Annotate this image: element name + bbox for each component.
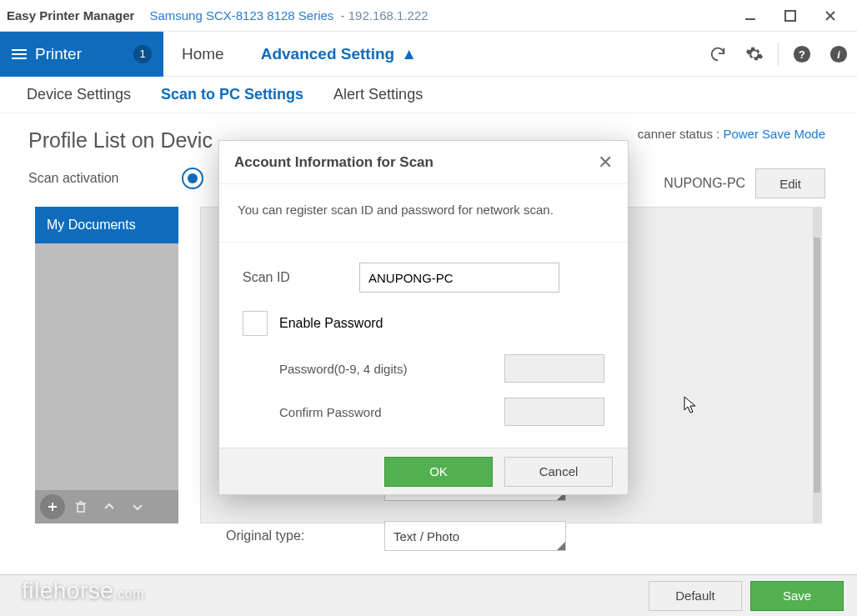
modal-backdrop: Account Information for Scan ✕ You can r… (0, 0, 857, 616)
default-button[interactable]: Default (649, 581, 742, 611)
scan-id-input[interactable] (359, 263, 559, 293)
modal-header: Account Information for Scan ✕ (219, 141, 628, 184)
password-row: Password(0-9, 4 digits) (243, 354, 604, 383)
page-footer: Default Save (0, 574, 857, 616)
modal-close-button[interactable]: ✕ (598, 152, 613, 173)
enable-password-checkbox[interactable] (243, 311, 268, 336)
modal-body: Scan ID Enable Password Password(0-9, 4 … (219, 243, 628, 448)
modal-description: You can register scan ID and password fo… (219, 184, 628, 243)
confirm-password-row: Confirm Password (243, 398, 604, 426)
confirm-password-label: Confirm Password (279, 405, 382, 419)
password-label: Password(0-9, 4 digits) (279, 362, 407, 376)
ok-button[interactable]: OK (384, 457, 493, 487)
scan-id-row: Scan ID (243, 263, 604, 293)
enable-password-label: Enable Password (279, 316, 383, 331)
cancel-button[interactable]: Cancel (504, 457, 613, 487)
account-info-modal: Account Information for Scan ✕ You can r… (218, 140, 629, 495)
confirm-password-input (504, 398, 604, 426)
scan-id-label: Scan ID (243, 270, 359, 285)
modal-footer: OK Cancel (219, 448, 628, 494)
enable-password-row: Enable Password (243, 311, 604, 336)
modal-title: Account Information for Scan (234, 154, 434, 171)
password-input (504, 354, 604, 383)
save-button[interactable]: Save (750, 581, 844, 611)
